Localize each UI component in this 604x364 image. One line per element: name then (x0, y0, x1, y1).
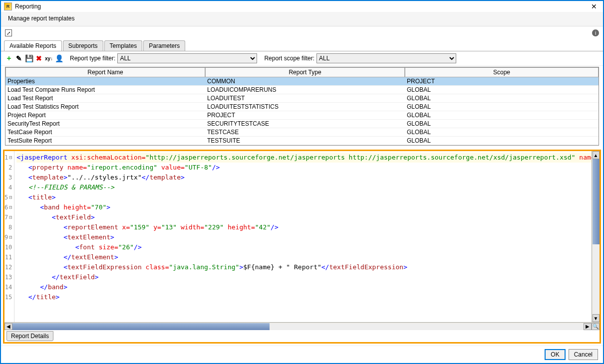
cell-type: SECURITYTESTCASE (205, 120, 405, 128)
bottom-tab-row: Report Details (4, 330, 600, 342)
table-row[interactable]: SecurityTest ReportSECURITYTESTCASEGLOBA… (5, 120, 599, 128)
subtitle-bar: Manage report templates (1, 12, 603, 26)
table-row[interactable]: Load Test ReportLOADUITESTGLOBAL (5, 94, 599, 103)
expand-icon[interactable]: ⤢ (5, 29, 12, 36)
col-report-name[interactable]: Report Name (5, 67, 205, 77)
app-icon: R (4, 2, 12, 10)
rename-icon[interactable]: xy↓ (45, 54, 53, 62)
vertical-scrollbar[interactable]: ▲ ▼ (592, 151, 600, 322)
add-icon[interactable]: ＋ (5, 54, 13, 62)
cell-name: Properties (5, 77, 205, 86)
ok-button[interactable]: OK (545, 349, 565, 360)
cell-scope: GLOBAL (405, 111, 599, 120)
scroll-up-icon[interactable]: ▲ (593, 151, 600, 159)
window-title: Reporting (15, 3, 588, 10)
reports-table: Report Name Report Type Scope Properties… (5, 67, 599, 146)
tab-bar: Available Reports Subreports Templates P… (1, 40, 603, 51)
cell-type: COMMON (205, 77, 405, 86)
tab-report-details[interactable]: Report Details (6, 331, 53, 341)
scroll-left-icon[interactable]: ◀ (4, 323, 12, 330)
dialog-footer: OK Cancel (1, 346, 603, 363)
table-header: Report Name Report Type Scope (5, 67, 599, 77)
titlebar: R Reporting ✕ (1, 1, 603, 12)
cell-scope: GLOBAL (405, 137, 599, 145)
cell-type: PROJECT (205, 111, 405, 120)
editor-panel: 1⊟ 2 3 4 5⊟ 6⊟ 7⊟ 8 9⊟ 10 11 12 13 14 15… (3, 150, 601, 344)
zoom-icon[interactable]: 🔍 (592, 323, 600, 330)
scroll-right-icon[interactable]: ▶ (584, 323, 592, 330)
scope-filter-select[interactable]: ALL (316, 53, 456, 63)
edit-icon[interactable]: ✎ (15, 54, 23, 62)
tab-templates[interactable]: Templates (104, 40, 143, 51)
info-toolbar: ⤢ i (1, 26, 603, 39)
scope-filter-label: Report scope filter: (264, 55, 314, 62)
cell-type: LOADUITEST (205, 94, 405, 103)
cell-type: TESTSUITE (205, 137, 405, 145)
cell-scope: GLOBAL (405, 128, 599, 137)
col-scope[interactable]: Scope (405, 67, 599, 77)
delete-icon[interactable]: ✖ (35, 54, 43, 62)
cell-type: LOADUITESTSTATISTICS (205, 103, 405, 111)
table-row[interactable]: TestSuite ReportTESTSUITEGLOBAL (5, 137, 599, 145)
line-gutter: 1⊟ 2 3 4 5⊟ 6⊟ 7⊟ 8 9⊟ 10 11 12 13 14 15 (4, 151, 14, 322)
tab-parameters[interactable]: Parameters (143, 40, 185, 51)
cell-type: LOADUICOMPARERUNS (205, 86, 405, 94)
cell-scope: GLOBAL (405, 86, 599, 94)
info-icon[interactable]: i (592, 29, 599, 36)
user-icon[interactable]: 👤 (55, 54, 63, 62)
cell-name: TestSuite Report (5, 137, 205, 145)
cell-scope: GLOBAL (405, 120, 599, 128)
scroll-down-icon[interactable]: ▼ (593, 314, 600, 322)
cell-scope: PROJECT (405, 77, 599, 86)
table-row[interactable]: TestCase ReportTESTCASEGLOBAL (5, 128, 599, 137)
code-content[interactable]: <jasperReport xsi:schemaLocation="http:/… (14, 151, 592, 322)
cell-name: Load Test Compare Runs Report (5, 86, 205, 94)
cell-scope: GLOBAL (405, 103, 599, 111)
save-icon[interactable]: 💾 (25, 54, 33, 62)
cell-name: SecurityTest Report (5, 120, 205, 128)
table-row[interactable]: Load Test Compare Runs ReportLOADUICOMPA… (5, 86, 599, 94)
table-row[interactable]: PropertiesCOMMONPROJECT (5, 77, 599, 86)
cell-scope: GLOBAL (405, 94, 599, 103)
cancel-button[interactable]: Cancel (569, 349, 598, 360)
type-filter-label: Report type filter: (70, 55, 115, 62)
cell-name: Load Test Statistics Report (5, 103, 205, 111)
cell-name: Load Test Report (5, 94, 205, 103)
type-filter-select[interactable]: ALL (117, 53, 257, 63)
cell-name: TestCase Report (5, 128, 205, 137)
close-icon[interactable]: ✕ (588, 1, 600, 11)
horizontal-scrollbar[interactable]: ◀ ▶ 🔍 (4, 322, 600, 330)
tab-available-reports[interactable]: Available Reports (4, 40, 62, 51)
cell-type: TESTCASE (205, 128, 405, 137)
cell-name: Project Report (5, 111, 205, 120)
table-row[interactable]: Load Test Statistics ReportLOADUITESTSTA… (5, 103, 599, 111)
col-report-type[interactable]: Report Type (205, 67, 405, 77)
code-editor[interactable]: 1⊟ 2 3 4 5⊟ 6⊟ 7⊟ 8 9⊟ 10 11 12 13 14 15… (4, 151, 592, 322)
table-row[interactable]: Project ReportPROJECTGLOBAL (5, 111, 599, 120)
tab-subreports[interactable]: Subreports (63, 40, 103, 51)
report-toolbar: ＋ ✎ 💾 ✖ xy↓ 👤 Report type filter: ALL Re… (1, 51, 603, 66)
